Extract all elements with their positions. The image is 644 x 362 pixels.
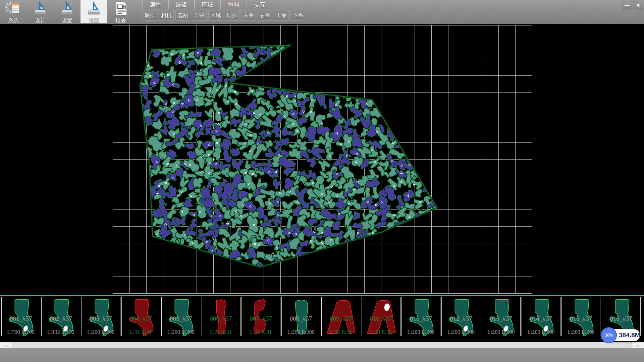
piece-lr-count: L:200 R:200 — [482, 329, 520, 335]
piece-thumbnail-012_#37[interactable]: 012_#37 L:200 R:200 — [441, 297, 480, 336]
toolbar-button-4[interactable]: 排版 — [80, 0, 107, 23]
piece-lr-count: L:31 R:31 — [242, 329, 280, 335]
piece-thumbnail-009_#37[interactable]: 009_#37 L:32 R:31 — [321, 297, 360, 336]
set-square-icon — [59, 1, 75, 17]
tool-buttons: 聚排相机选割全割区域瑕疵左靠右靠上靠下靠 — [143, 10, 305, 21]
piece-id: 013_#37 — [482, 315, 520, 322]
piece-id: 012_#37 — [442, 315, 480, 322]
piece-thumbnail-014_#37[interactable]: 014_#37 L:200 R:200 — [522, 297, 560, 336]
piece-lr-count: L:200 R:200 — [82, 329, 120, 335]
tab-2[interactable]: 编辑 — [168, 0, 195, 9]
tool-button-1[interactable]: 聚排 — [143, 10, 157, 21]
close-button[interactable]: ✕ — [633, 1, 643, 9]
piece-id: 004_#37 — [122, 315, 160, 322]
piece-lr-count: L:31 R:31 — [122, 329, 160, 335]
tool-button-4[interactable]: 全割 — [192, 10, 207, 21]
memory-badge: 38% 384.8M — [602, 329, 640, 341]
tool-button-5[interactable]: 区域 — [208, 10, 223, 21]
tab-4[interactable]: 排料 — [221, 0, 247, 9]
piece-id: 017_#37 — [642, 315, 644, 322]
piece-thumbnail-007_#37[interactable]: 007_#37 L:31 R:31 — [241, 297, 280, 336]
piece-lr-count: L:200 R:200 — [162, 329, 200, 335]
tab-5[interactable]: 交互 — [247, 0, 273, 9]
piece-lr-count: L:700 R:700 — [2, 329, 40, 335]
nesting-viewport[interactable] — [0, 24, 644, 295]
tool-button-3[interactable]: 选割 — [175, 10, 190, 21]
piece-thumbnail-011_#37[interactable]: 011_#37 L:200 R:200 — [401, 297, 440, 336]
gear-doc-icon — [5, 1, 21, 17]
piece-lr-count: L:200 R:200 — [642, 329, 644, 335]
piece-id: 001_#37 — [2, 315, 40, 322]
toolbar-button-label: 排版 — [89, 17, 99, 24]
piece-lr-count: L:32 R:31 — [322, 329, 360, 335]
piece-thumbnail-008_#37[interactable]: 008_#37 L:200 R:200 — [281, 297, 320, 336]
piece-id: 007_#37 — [242, 315, 280, 322]
toolbar-button-label: 设置 — [62, 17, 72, 24]
piece-lr-count: L:200 R:200 — [562, 329, 600, 335]
tool-button-7[interactable]: 左靠 — [241, 10, 256, 21]
piece-id: 015_#37 — [562, 315, 600, 322]
piece-thumbnail-013_#37[interactable]: 013_#37 L:200 R:200 — [482, 297, 521, 336]
piece-thumbnail-002_#37[interactable]: 002_#37 L:132 R:132 — [41, 297, 80, 336]
tool-button-9[interactable]: 上靠 — [274, 10, 289, 21]
tab-3[interactable]: 区域 — [195, 0, 221, 9]
toolbar-button-label: 报表 — [115, 17, 126, 24]
piece-lr-count: L:200 R:200 — [282, 329, 320, 335]
toolbar-button-5[interactable]: 报表 — [107, 0, 134, 23]
piece-lr-count: L:200 R:200 — [522, 329, 560, 335]
pieces-strip: 001_#37 L:700 R:700 002_#37 L:132 R:132 … — [0, 296, 644, 337]
scroll-right-arrow[interactable]: › — [632, 342, 644, 348]
toolbar-button-label: 系统 — [8, 17, 19, 24]
tool-button-2[interactable]: 相机 — [159, 10, 174, 21]
memory-value: 384.8M — [619, 331, 640, 339]
piece-thumbnail-017_#37[interactable]: 017_#37 L:200 R:200 — [642, 297, 644, 336]
piece-lr-count: L:132 R:132 — [42, 329, 80, 335]
piece-id: 011_#37 — [402, 315, 440, 322]
scroll-left-arrow[interactable]: ‹ — [0, 342, 12, 348]
toolbar-button-label: 设计 — [35, 17, 46, 24]
toolbar-button-1[interactable]: 系统 — [0, 0, 27, 23]
piece-lr-count: L:200 R:200 — [402, 329, 440, 335]
piece-thumbnail-006_#37[interactable]: 006_#37 L:21 R:21 — [202, 297, 240, 336]
application-window: 系统设计设置排版报表 属性编辑区域排料交互 聚排相机选割全割区域瑕疵左靠右靠上靠… — [0, 0, 644, 362]
piece-id: 016_#37 — [602, 315, 640, 322]
piece-thumbnail-001_#37[interactable]: 001_#37 L:700 R:700 — [1, 297, 40, 336]
piece-thumbnail-004_#37[interactable]: 004_#37 L:31 R:31 — [121, 297, 160, 336]
toolbar-button-3[interactable]: 设置 — [54, 0, 80, 23]
piece-thumbnail-005_#37[interactable]: 005_#37 L:200 R:200 — [161, 297, 200, 336]
window-controls: — ✕ — [622, 1, 643, 9]
tab-1[interactable]: 属性 — [142, 0, 168, 9]
piece-lr-count: L:33 R:33 — [362, 329, 400, 335]
report-doc-icon — [113, 1, 129, 17]
tool-button-8[interactable]: 右靠 — [258, 10, 272, 21]
piece-id: 005_#37 — [162, 315, 200, 322]
piece-lr-count: L:200 R:200 — [442, 329, 480, 335]
piece-id: 010_#37 — [362, 315, 400, 322]
toolbar-button-2[interactable]: 设计 — [27, 0, 54, 23]
minimize-button[interactable]: — — [622, 1, 632, 9]
piece-lr-count: L:21 R:21 — [202, 329, 240, 335]
piece-id: 008_#37 — [282, 315, 320, 322]
piece-id: 002_#37 — [42, 315, 80, 322]
set-square-icon — [86, 1, 102, 17]
set-square-icon — [32, 1, 48, 17]
piece-thumbnail-003_#37[interactable]: 003_#37 L:200 R:200 — [82, 297, 120, 336]
main-toolbar: 系统设计设置排版报表 — [0, 0, 134, 23]
status-bar — [0, 348, 644, 362]
piece-thumbnail-015_#37[interactable]: 015_#37 L:200 R:200 — [561, 297, 600, 336]
piece-id: 006_#37 — [202, 315, 240, 322]
tool-button-6[interactable]: 瑕疵 — [225, 10, 239, 21]
menu-tabs: 属性编辑区域排料交互 — [142, 0, 273, 9]
progress-circle: 38% — [601, 327, 617, 343]
tool-button-10[interactable]: 下靠 — [290, 10, 305, 21]
piece-id: 014_#37 — [522, 315, 560, 322]
piece-id: 003_#37 — [82, 315, 120, 322]
piece-id: 009_#37 — [322, 315, 360, 322]
horizontal-scrollbar[interactable]: ‹ › — [0, 342, 644, 348]
piece-thumbnail-010_#37[interactable]: 010_#37 L:33 R:33 — [362, 297, 400, 336]
